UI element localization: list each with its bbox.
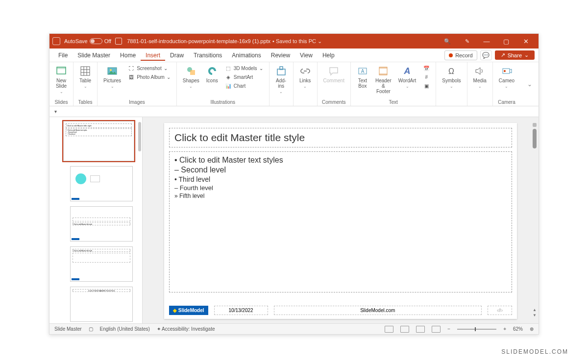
close-button[interactable]: ✕ — [516, 34, 536, 49]
date-icon: 📅 — [423, 65, 430, 72]
slide-canvas[interactable]: Click to edit Master title style Click t… — [164, 123, 517, 319]
menu-transitions[interactable]: Transitions — [189, 50, 227, 61]
svg-rect-17 — [379, 73, 387, 75]
textbox-button[interactable]: A Text Box — [355, 64, 370, 90]
menu-animations[interactable]: Animations — [227, 50, 266, 61]
zoom-slider[interactable] — [457, 329, 496, 330]
thumbnail-panel[interactable]: 1 Click to edit Master title style • Cli… — [49, 117, 143, 323]
screenshot-button[interactable]: ⛶Screenshot ⌄ — [126, 64, 172, 72]
header-footer-button[interactable]: Header & Footer — [373, 64, 393, 95]
status-view-mode[interactable]: Slide Master — [54, 326, 82, 332]
body-level-2: Second level — [174, 166, 507, 174]
photo-album-button[interactable]: 🖼Photo Album ⌄ — [126, 73, 172, 81]
addins-button[interactable]: Add- ins ⌄ — [273, 64, 289, 95]
search-icon[interactable]: 🔍 — [438, 38, 457, 45]
icons-icon — [206, 65, 218, 77]
header-footer-icon — [377, 65, 389, 77]
shapes-icon — [185, 65, 197, 77]
menu-home[interactable]: Home — [115, 50, 141, 61]
footer-date-placeholder[interactable]: 10/13/2022 — [214, 306, 268, 315]
footer-page-placeholder[interactable]: ‹#› — [488, 306, 512, 315]
comment-button[interactable]: Comment — [321, 64, 346, 84]
date-time-button[interactable]: 📅 — [421, 64, 432, 72]
powerpoint-window: AutoSave Off 7881-01-self-introduction-p… — [49, 33, 539, 335]
chart-button[interactable]: 📊Chart — [223, 82, 265, 90]
wordart-icon: A — [401, 65, 413, 77]
document-title[interactable]: 7881-01-self-introduction-powerpoint-tem… — [127, 38, 270, 44]
svg-rect-16 — [379, 67, 387, 69]
layout-thumbnail[interactable]: Click to edit Master title style — [70, 246, 133, 282]
vertical-scrollbar[interactable]: ▲▼ — [533, 123, 537, 317]
sorter-view-button[interactable] — [400, 326, 409, 333]
new-slide-button[interactable]: New Slide ⌄ — [53, 64, 69, 95]
object-icon: ▣ — [423, 82, 430, 89]
3d-models-button[interactable]: ⬚3D Models ⌄ — [223, 64, 265, 72]
media-button[interactable]: Media ⌄ — [471, 64, 489, 90]
qat-customize-button[interactable]: ▾ — [54, 109, 57, 114]
title-placeholder[interactable]: Click to edit Master title style — [169, 128, 512, 147]
maximize-button[interactable]: ▢ — [496, 34, 516, 49]
comments-pane-button[interactable]: 💬 — [480, 50, 492, 60]
normal-view-button[interactable] — [385, 326, 393, 333]
share-button[interactable]: ↗ Share ⌄ — [495, 50, 535, 60]
cube-icon: ⬚ — [225, 65, 232, 72]
zoom-in-button[interactable]: + — [503, 326, 506, 332]
master-thumbnail[interactable]: 1 Click to edit Master title style • Cli… — [63, 121, 134, 161]
save-status[interactable]: • Saved to this PC ⌄ — [272, 38, 322, 45]
notes-toggle-icon[interactable]: ▢ — [89, 326, 93, 332]
collapse-ribbon-button[interactable]: ⌄ — [520, 81, 539, 88]
number-icon: # — [423, 73, 430, 80]
body-level-1: Click to edit Master text styles — [174, 156, 507, 165]
menu-slide-master[interactable]: Slide Master — [73, 50, 115, 61]
svg-rect-11 — [277, 69, 285, 75]
svg-point-8 — [110, 69, 112, 71]
menu-help[interactable]: Help — [318, 50, 340, 61]
table-icon — [79, 65, 91, 77]
table-button[interactable]: Table ⌄ — [77, 64, 93, 90]
slideshow-view-button[interactable] — [432, 326, 441, 333]
textbox-icon: A — [357, 65, 368, 77]
status-accessibility[interactable]: ✦ Accessibility: Investigate — [157, 326, 215, 332]
symbols-button[interactable]: Ω Symbols ⌄ — [440, 64, 463, 90]
ribbon-group-media: Media ⌄ — [467, 62, 493, 106]
layout-thumbnail[interactable]: Click to edit Master title style — [70, 206, 133, 242]
reading-view-button[interactable] — [416, 326, 425, 333]
footer-text-placeholder[interactable]: SlideModel.com — [274, 306, 482, 315]
icons-button[interactable]: Icons — [204, 64, 220, 84]
menu-review[interactable]: Review — [266, 50, 295, 61]
zoom-level[interactable]: 62% — [513, 326, 523, 332]
wordart-button[interactable]: A WordArt ⌄ — [396, 64, 418, 90]
thumbnail-scrollbar[interactable] — [138, 122, 141, 151]
minimize-button[interactable]: — — [477, 34, 496, 49]
svg-rect-10 — [190, 70, 195, 75]
record-button[interactable]: Record — [444, 50, 477, 60]
menu-insert[interactable]: Insert — [141, 50, 165, 61]
ribbon-insert: New Slide ⌄ Slides Table ⌄ Tables Pictur — [49, 62, 539, 106]
autosave-state: Off — [104, 38, 111, 44]
object-button[interactable]: ▣ — [421, 82, 432, 90]
fit-to-window-button[interactable]: ⊕ — [530, 326, 534, 332]
ribbon-group-links: Links ⌄ — [294, 62, 318, 106]
status-language[interactable]: English (United States) — [100, 326, 150, 332]
menu-view[interactable]: View — [295, 50, 318, 61]
cameo-button[interactable]: Cameo ⌄ — [497, 64, 516, 90]
body-level-5: Fifth level — [174, 193, 507, 199]
zoom-out-button[interactable]: − — [447, 326, 450, 332]
save-icon[interactable] — [115, 38, 122, 45]
links-button[interactable]: Links ⌄ — [297, 64, 313, 90]
slide-number-button[interactable]: # — [421, 73, 432, 81]
comment-icon — [328, 65, 340, 77]
menu-draw[interactable]: Draw — [165, 50, 189, 61]
layout-thumbnail[interactable]: CLICK TO EDIT MASTER TITLE STYLE — [70, 287, 133, 322]
draw-icon[interactable]: ✎ — [457, 38, 477, 45]
shapes-button[interactable]: Shapes ⌄ — [181, 64, 201, 90]
qat-sub-bar: ▾ — [49, 106, 539, 117]
smartart-button[interactable]: ◈SmartArt — [223, 73, 265, 81]
ribbon-group-symbols: Ω Symbols ⌄ — [436, 62, 467, 106]
body-placeholder[interactable]: Click to edit Master text styles Second … — [169, 151, 512, 292]
footer-logo[interactable]: ◆ SlideModel — [169, 306, 208, 315]
menu-file[interactable]: File — [53, 50, 73, 61]
autosave-toggle[interactable]: AutoSave Off — [64, 38, 111, 44]
layout-thumbnail[interactable] — [70, 166, 133, 201]
pictures-button[interactable]: Pictures ⌄ — [101, 64, 123, 90]
